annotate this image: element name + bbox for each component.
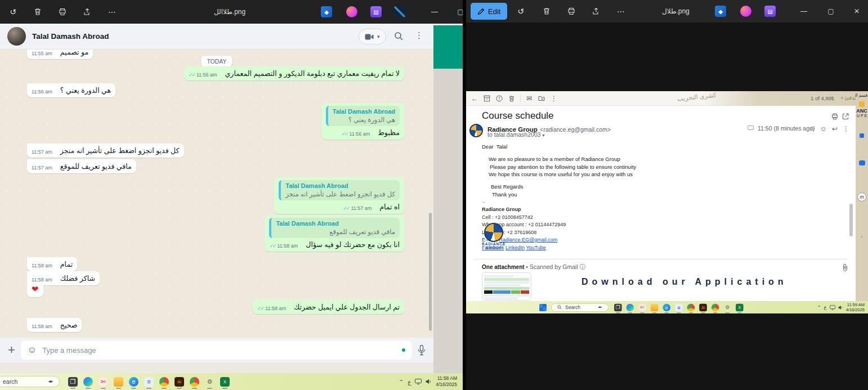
more-icon[interactable]: ⋯ xyxy=(612,3,629,20)
scroll-right-icon[interactable]: › xyxy=(856,234,868,239)
attach-plus-icon[interactable]: + xyxy=(8,344,15,356)
tray-chevron-icon[interactable]: ⌃ xyxy=(399,379,404,385)
chat-message-area[interactable]: 11:55 amمو تصميمTODAY✓✓11:56 amلا تمام ر… xyxy=(0,50,433,338)
sender-avatar[interactable] xyxy=(469,124,483,137)
recipient[interactable]: to talal.damash2003 xyxy=(487,131,541,138)
message-bubble-out[interactable]: ✓✓11:56 amلا تمام ريفيت معماري تبع دبلوم… xyxy=(184,66,404,80)
gmail-scrollbar[interactable] xyxy=(849,204,853,236)
contact-avatar[interactable] xyxy=(7,27,26,46)
notes-icon[interactable]: ≡ xyxy=(144,377,154,387)
illustrator-icon[interactable]: Ai xyxy=(175,377,184,387)
message-bubble-out[interactable]: ✓✓11:58 amتم ارسال الجدول علي ايميل حضرت… xyxy=(253,300,404,314)
message-bubble-in[interactable]: 11:57 amمافي فديو تعريف للموقع xyxy=(27,159,136,173)
maximize-button[interactable]: ▢ xyxy=(820,3,842,20)
message-bubble-in[interactable]: 11:55 amمو تصميم xyxy=(27,50,93,59)
speaker-icon[interactable] xyxy=(838,305,843,310)
message-bubble-out[interactable]: Talal Damash Abroadهي الدورة يعني ؟✓✓11:… xyxy=(321,103,404,140)
search-icon[interactable] xyxy=(394,32,404,42)
more-vert-icon[interactable]: ⋮ xyxy=(548,92,560,105)
tray-chevron-icon[interactable]: ⌃ xyxy=(817,304,821,310)
more-icon[interactable]: ⋯ xyxy=(104,3,120,20)
file-explorer-icon[interactable] xyxy=(651,303,659,311)
recipient-chevron-icon[interactable]: ▾ xyxy=(543,133,545,138)
back-icon[interactable]: ← xyxy=(468,92,481,105)
chat-scrollbar[interactable] xyxy=(429,213,432,331)
excel-icon[interactable]: X xyxy=(736,303,744,311)
open-in-new-icon[interactable] xyxy=(839,110,852,123)
menu-kebab-icon[interactable]: ⋮ xyxy=(415,30,423,41)
taskbar-search-box[interactable]: earch ✒ xyxy=(0,376,60,387)
excel-icon[interactable]: X xyxy=(220,377,230,387)
minimize-button[interactable]: — xyxy=(793,3,815,20)
copilot-icon[interactable] xyxy=(83,377,93,387)
more-vert-icon[interactable]: ⋮ xyxy=(840,123,852,135)
taskbar-search-box[interactable]: Search ✒ xyxy=(551,303,609,312)
chrome-icon[interactable]: • xyxy=(159,377,169,387)
chrome-icon[interactable]: • xyxy=(687,303,695,311)
snipping-tool-icon[interactable]: ✄ xyxy=(99,377,108,387)
taskbar-clock[interactable]: 11:59 AM 4/16/2025 xyxy=(846,302,865,313)
file-explorer-icon[interactable] xyxy=(114,377,123,387)
close-button[interactable]: ✕ xyxy=(845,3,868,20)
start-button[interactable] xyxy=(539,304,547,311)
message-bubble-out[interactable]: Talal Damash Abroadكل فديو انجزو اضغط عل… xyxy=(274,177,404,214)
edge-icon[interactable]: e xyxy=(663,303,670,311)
chrome-profile-icon[interactable]: ◦ xyxy=(712,303,719,311)
signature-email-link[interactable]: Radiance.EG@gmail.com xyxy=(499,237,558,243)
reply-icon[interactable]: ↩ xyxy=(829,123,841,135)
task-view-icon[interactable]: ❐ xyxy=(614,303,622,311)
delete-icon[interactable] xyxy=(29,3,46,20)
mic-icon[interactable] xyxy=(418,345,426,356)
video-call-button[interactable]: ▾ xyxy=(359,29,386,44)
quoted-reply[interactable]: Talal Damash Abroadكل فديو انجزو اضغط عل… xyxy=(279,180,400,200)
quoted-reply[interactable]: Talal Damash Abroadهي الدورة يعني ؟ xyxy=(326,106,400,126)
star-icon[interactable]: ☆ xyxy=(806,123,818,135)
speaker-icon[interactable] xyxy=(426,379,432,384)
contact-name[interactable]: Talal Damash Abroad xyxy=(32,32,109,41)
message-bubble-in[interactable]: 11:56 amهي الدورة يعني ؟ xyxy=(27,83,115,97)
settings-icon[interactable]: ⚙ xyxy=(723,303,731,311)
share-icon[interactable] xyxy=(588,3,605,20)
newer-icon[interactable]: ‹ xyxy=(831,94,833,101)
edit-button[interactable]: Edit xyxy=(471,3,507,20)
illustrator-icon[interactable]: Ai xyxy=(699,303,707,311)
pen-app-icon[interactable] xyxy=(394,6,405,17)
mark-unread-icon[interactable]: ✉ xyxy=(523,92,535,105)
print-icon[interactable] xyxy=(563,3,580,20)
delete-icon[interactable] xyxy=(538,3,555,20)
cocreator-app-icon[interactable] xyxy=(346,6,357,17)
floating-bubble-icon[interactable]: m xyxy=(857,192,866,201)
copilot-icon[interactable] xyxy=(627,303,634,311)
emoji-reaction-icon[interactable]: ☺ xyxy=(817,123,830,135)
rotate-icon[interactable]: ↺ xyxy=(512,3,529,20)
task-view-icon[interactable]: ❐ xyxy=(68,377,78,387)
report-spam-icon[interactable] xyxy=(493,92,505,105)
paperclip-icon[interactable] xyxy=(839,261,851,274)
display-icon[interactable] xyxy=(830,305,835,310)
print-icon[interactable] xyxy=(54,3,71,20)
minimize-button[interactable]: — xyxy=(423,3,446,20)
notebook-app-icon[interactable]: ▤ xyxy=(764,6,776,17)
designer-app-icon[interactable]: ◆ xyxy=(321,6,332,17)
message-bubble-in[interactable]: 11:58 amصحيح xyxy=(27,318,82,332)
share-icon[interactable] xyxy=(79,3,96,20)
info-icon[interactable]: ⓘ xyxy=(580,263,586,270)
emoji-icon[interactable]: ☺ xyxy=(28,346,37,355)
notebook-app-icon[interactable]: ▤ xyxy=(370,6,382,17)
designer-app-icon[interactable]: ◆ xyxy=(715,6,726,17)
message-bubble-in[interactable]: 11:58 amتمام xyxy=(27,257,77,271)
message-input-field[interactable]: ☺ Type a message xyxy=(21,340,412,360)
language-indicator[interactable]: ع xyxy=(824,304,827,310)
chrome-profile-icon[interactable]: ◦ xyxy=(190,377,199,387)
message-bubble-in[interactable]: ❤ xyxy=(27,281,43,297)
linkedin-link[interactable]: LinkedIn xyxy=(505,245,525,250)
delete-icon[interactable] xyxy=(505,92,518,105)
youtube-link[interactable]: YouTube xyxy=(526,245,545,250)
archive-icon[interactable] xyxy=(481,92,493,105)
edge-icon[interactable]: e xyxy=(129,377,138,387)
quoted-reply[interactable]: Talal Damash Abroadمافي فديو تعريف للموق… xyxy=(269,218,400,238)
rotate-icon[interactable]: ↺ xyxy=(5,3,21,20)
older-icon[interactable]: › xyxy=(841,94,843,101)
settings-icon[interactable]: ⚙ xyxy=(205,377,214,387)
attachment-thumbnail[interactable] xyxy=(482,272,531,301)
